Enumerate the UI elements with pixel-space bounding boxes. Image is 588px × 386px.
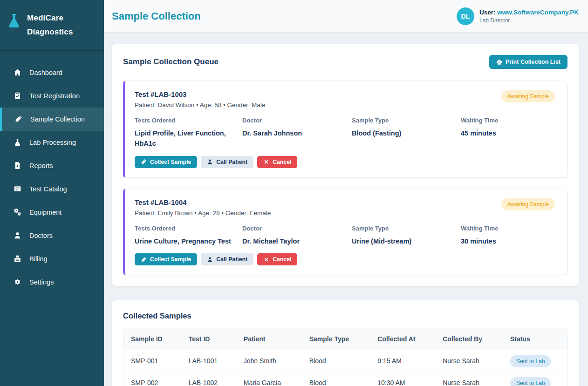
- test-detail-grid: Tests Ordered Urine Culture, Pregnancy T…: [135, 225, 555, 246]
- sample-type-value: Blood (Fasting): [352, 128, 461, 138]
- queue-head: Sample Collection Queue Print Collection…: [123, 55, 567, 69]
- sidebar-item-label: Doctors: [29, 232, 53, 239]
- page-header: Sample Collection DL User: www.SoftwareC…: [104, 0, 588, 33]
- call-patient-button[interactable]: Call Patient: [201, 156, 253, 168]
- queue-heading: Sample Collection Queue: [123, 57, 219, 67]
- x-icon: [263, 159, 269, 165]
- sidebar-item[interactable]: Equipment: [0, 201, 104, 224]
- waiting-time-value: 45 minutes: [461, 128, 555, 138]
- sidebar-item-label: Lab Processing: [29, 139, 76, 146]
- cancel-button[interactable]: Cancel: [257, 253, 297, 265]
- cell-test-id: LAB-1001: [181, 350, 236, 372]
- brand-name: MediCare Diagnostics: [27, 11, 73, 39]
- sidebar-nav: Dashboard Test Registration Sample Colle…: [0, 51, 104, 294]
- status-badge: Awaiting Sample: [501, 198, 555, 210]
- cell-sample-type: Blood: [302, 372, 370, 386]
- sidebar-item-label: Billing: [29, 255, 48, 263]
- sidebar-item[interactable]: Dashboard: [0, 61, 104, 84]
- sample-type-value: Urine (Mid-stream): [352, 236, 461, 246]
- billing-icon: [14, 255, 22, 263]
- table-column-header: Sample Type: [302, 328, 370, 350]
- cell-sample-type: Blood: [302, 350, 370, 372]
- brand: MediCare Diagnostics: [0, 0, 104, 51]
- tests-ordered-label: Tests Ordered: [135, 225, 242, 232]
- cell-sample-id: SMP-002: [123, 372, 181, 386]
- print-button-label: Print Collection List: [506, 59, 561, 65]
- cell-collected-at: 9:15 AM: [370, 350, 435, 372]
- person-icon: [14, 231, 22, 239]
- cell-patient: John Smith: [236, 350, 302, 372]
- collect-sample-button[interactable]: Collect Sample: [135, 253, 197, 265]
- sidebar-item[interactable]: Test Registration: [0, 84, 104, 108]
- cell-collected-by: Nurse Sarah: [435, 350, 503, 372]
- table-column-header: Sample ID: [123, 328, 181, 350]
- test-card: Test #LAB-1003 Patient: David Wilson • A…: [123, 81, 567, 178]
- sidebar-item[interactable]: Billing: [0, 247, 104, 271]
- waiting-time-label: Waiting Time: [461, 225, 555, 232]
- test-id: Test #LAB-1003: [135, 90, 265, 98]
- home-icon: [14, 68, 22, 76]
- print-collection-list-button[interactable]: Print Collection List: [489, 55, 567, 69]
- user-block: DL User: www.SoftwareCompany.PK Lab Dire…: [457, 7, 579, 25]
- main-area: Sample Collection DL User: www.SoftwareC…: [104, 0, 588, 386]
- collected-samples-table: Sample IDTest IDPatientSample TypeCollec…: [123, 328, 567, 386]
- avatar: DL: [457, 7, 474, 25]
- sent-to-lab-badge: Sent to Lab: [510, 377, 551, 386]
- test-tube-icon: [14, 115, 23, 123]
- clipboard-icon: [14, 92, 22, 100]
- list-icon: [14, 185, 22, 193]
- collect-sample-button[interactable]: Collect Sample: [135, 156, 197, 168]
- sidebar-item[interactable]: Reports: [0, 154, 104, 177]
- user-role: Lab Director: [479, 17, 579, 24]
- flask-icon: [14, 138, 22, 146]
- sidebar-item-label: Sample Collection: [30, 115, 85, 123]
- test-card-top: Test #LAB-1004 Patient: Emily Brown • Ag…: [135, 198, 555, 217]
- x-icon: [263, 257, 269, 263]
- brand-name-line1: MediCare: [27, 11, 73, 25]
- table-column-header: Collected At: [370, 328, 435, 350]
- person-icon: [207, 257, 213, 263]
- tests-ordered-value: Lipid Profile, Liver Function, HbA1c: [135, 128, 242, 149]
- call-patient-label: Call Patient: [216, 159, 247, 165]
- sidebar: MediCare Diagnostics Dashboard Test Regi…: [0, 0, 104, 386]
- table-column-header: Patient: [236, 328, 302, 350]
- user-name-line: User: www.SoftwareCompany.PK: [479, 9, 579, 16]
- cell-collected-at: 10:30 AM: [370, 372, 435, 386]
- table-column-header: Status: [503, 328, 567, 350]
- test-detail-grid: Tests Ordered Lipid Profile, Liver Funct…: [135, 117, 555, 149]
- sidebar-item-label: Reports: [29, 162, 53, 169]
- sidebar-item[interactable]: Lab Processing: [0, 131, 104, 154]
- test-actions: Collect Sample Call Patient: [135, 253, 555, 265]
- printer-icon: [496, 59, 502, 65]
- cell-sample-id: SMP-001: [123, 350, 181, 372]
- collected-samples-section: Collected Samples Sample IDTest IDPatien…: [112, 300, 579, 386]
- tests-ordered-label: Tests Ordered: [135, 117, 242, 124]
- user-info: User: www.SoftwareCompany.PK Lab Directo…: [479, 9, 579, 24]
- call-patient-button[interactable]: Call Patient: [201, 253, 253, 265]
- table-row: SMP-002 LAB-1002 Maria Garcia Blood 10:3…: [123, 372, 567, 386]
- queue-section: Sample Collection Queue Print Collection…: [112, 44, 579, 286]
- cancel-label: Cancel: [273, 159, 291, 165]
- gear-icon: [14, 278, 22, 286]
- cell-collected-by: Nurse Sarah: [435, 372, 503, 386]
- sidebar-item[interactable]: Sample Collection: [0, 108, 104, 131]
- table-column-header: Collected By: [435, 328, 503, 350]
- cancel-button[interactable]: Cancel: [257, 156, 297, 168]
- user-label-prefix: User:: [479, 9, 497, 16]
- sidebar-item[interactable]: Doctors: [0, 224, 104, 247]
- table-header-row: Sample IDTest IDPatientSample TypeCollec…: [123, 328, 567, 350]
- sample-type-label: Sample Type: [352, 117, 461, 124]
- status-badge: Awaiting Sample: [501, 90, 555, 102]
- collected-samples-heading: Collected Samples: [123, 312, 567, 320]
- test-actions: Collect Sample Call Patient: [135, 156, 555, 168]
- sidebar-item-label: Test Registration: [29, 92, 80, 100]
- test-card-list: Test #LAB-1003 Patient: David Wilson • A…: [123, 81, 567, 275]
- collect-sample-label: Collect Sample: [150, 159, 191, 165]
- cell-patient: Maria Garcia: [236, 372, 302, 386]
- brand-name-line2: Diagnostics: [27, 25, 73, 39]
- user-site: www.SoftwareCompany.PK: [497, 9, 579, 16]
- sidebar-item[interactable]: Settings: [0, 271, 104, 294]
- waiting-time-label: Waiting Time: [461, 117, 555, 124]
- sidebar-item[interactable]: Test Catalog: [0, 177, 104, 201]
- sidebar-item-label: Settings: [29, 278, 54, 286]
